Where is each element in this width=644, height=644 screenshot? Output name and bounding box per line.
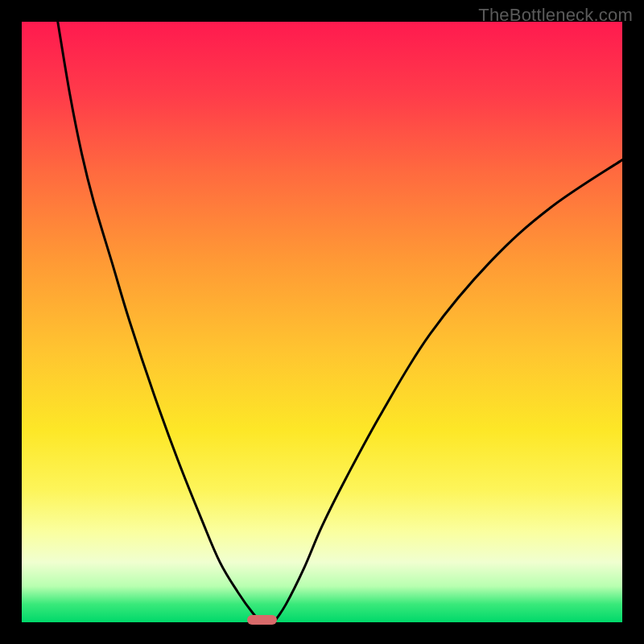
watermark-text: TheBottleneck.com xyxy=(478,5,633,26)
minimum-marker xyxy=(247,615,277,625)
plot-area xyxy=(22,22,622,622)
chart-container: TheBottleneck.com xyxy=(0,0,644,644)
left-branch-curve xyxy=(58,22,262,622)
curve-svg xyxy=(22,22,622,622)
right-branch-curve xyxy=(274,160,622,622)
